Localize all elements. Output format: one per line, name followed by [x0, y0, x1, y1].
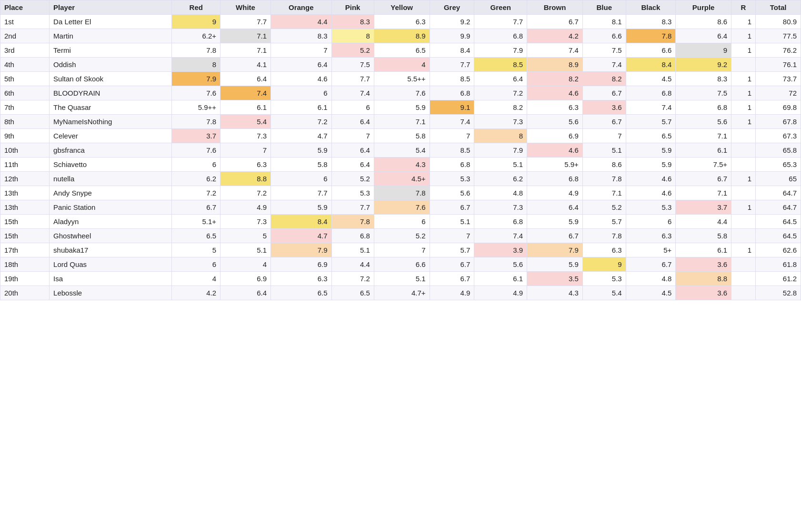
cell-place: 11th	[0, 158, 50, 172]
cell-blue: 7.8	[582, 172, 626, 186]
cell-red: 7.8	[172, 43, 220, 58]
cell-place: 19th	[0, 272, 50, 286]
cell-black: 8.3	[626, 15, 676, 29]
table-row: 9thCelever3.77.34.775.8786.976.57.167.3	[0, 129, 801, 143]
cell-white: 6.1	[220, 100, 271, 115]
cell-yellow: 7	[374, 243, 430, 257]
cell-blue: 6.6	[582, 29, 626, 43]
cell-grey: 6.7	[430, 272, 474, 286]
cell-black: 7.8	[626, 29, 676, 43]
cell-orange: 6.3	[271, 272, 331, 286]
table-row: 17thshubaka1755.17.95.175.73.97.96.35+6.…	[0, 243, 801, 257]
cell-orange: 7.2	[271, 115, 331, 129]
cell-purple: 5.8	[676, 229, 731, 243]
cell-place: 3rd	[0, 43, 50, 58]
col-header-place: Place	[0, 0, 50, 15]
cell-brown: 6.4	[527, 200, 583, 215]
cell-blue: 5.4	[582, 286, 626, 300]
cell-white: 7	[220, 143, 271, 158]
cell-white: 7.3	[220, 215, 271, 229]
cell-player: Lord Quas	[50, 257, 172, 272]
cell-total: 72	[756, 86, 801, 100]
cell-purple: 6.1	[676, 143, 731, 158]
cell-purple: 6.8	[676, 100, 731, 115]
cell-orange: 4.4	[271, 15, 331, 29]
table-row: 15thAladyyn5.1+7.38.47.865.16.85.95.764.…	[0, 215, 801, 229]
cell-player: MyNameIsNothing	[50, 115, 172, 129]
cell-green: 7.3	[474, 200, 527, 215]
cell-purple: 7.1	[676, 186, 731, 200]
cell-grey: 7	[430, 129, 474, 143]
cell-yellow: 7.8	[374, 186, 430, 200]
cell-place: 15th	[0, 215, 50, 229]
cell-red: 7.6	[172, 143, 220, 158]
cell-purple: 3.6	[676, 286, 731, 300]
cell-brown: 5.9+	[527, 158, 583, 172]
cell-player: Aladyyn	[50, 215, 172, 229]
cell-player: Ghostwheel	[50, 229, 172, 243]
table-row: 8thMyNameIsNothing7.85.47.26.47.17.47.35…	[0, 115, 801, 129]
cell-place: 1st	[0, 15, 50, 29]
cell-grey: 8.4	[430, 43, 474, 58]
cell-r	[731, 186, 756, 200]
cell-purple: 7.5	[676, 86, 731, 100]
cell-brown: 5.9	[527, 215, 583, 229]
cell-orange: 4.7	[271, 129, 331, 143]
cell-red: 9	[172, 15, 220, 29]
cell-red: 7.6	[172, 86, 220, 100]
cell-total: 52.8	[756, 286, 801, 300]
cell-green: 7.2	[474, 86, 527, 100]
cell-purple: 7.1	[676, 129, 731, 143]
cell-orange: 8.3	[271, 29, 331, 43]
cell-blue: 5.3	[582, 272, 626, 286]
cell-r: 1	[731, 29, 756, 43]
cell-red: 8	[172, 58, 220, 72]
cell-yellow: 4	[374, 58, 430, 72]
cell-black: 6	[626, 215, 676, 229]
cell-yellow: 7.6	[374, 86, 430, 100]
cell-player: BLOODYRAIN	[50, 86, 172, 100]
cell-green: 8.5	[474, 58, 527, 72]
cell-pink: 7.7	[331, 200, 374, 215]
cell-red: 5	[172, 243, 220, 257]
cell-red: 6	[172, 257, 220, 272]
cell-white: 7.7	[220, 15, 271, 29]
cell-yellow: 4.3	[374, 158, 430, 172]
cell-black: 6.3	[626, 229, 676, 243]
cell-white: 4.1	[220, 58, 271, 72]
cell-pink: 7	[331, 129, 374, 143]
table-row: 11thSchiavetto66.35.86.44.36.85.15.9+8.6…	[0, 158, 801, 172]
cell-black: 4.6	[626, 186, 676, 200]
cell-orange: 4.7	[271, 229, 331, 243]
cell-red: 7.9	[172, 72, 220, 86]
cell-pink: 7.2	[331, 272, 374, 286]
cell-grey: 5.7	[430, 243, 474, 257]
cell-total: 64.7	[756, 186, 801, 200]
cell-red: 6.2+	[172, 29, 220, 43]
cell-player: nutella	[50, 172, 172, 186]
cell-red: 6.5	[172, 229, 220, 243]
cell-total: 80.9	[756, 15, 801, 29]
cell-orange: 5.9	[271, 143, 331, 158]
cell-blue: 5.2	[582, 200, 626, 215]
cell-green: 7.4	[474, 229, 527, 243]
cell-r	[731, 158, 756, 172]
cell-red: 4	[172, 272, 220, 286]
cell-grey: 9.1	[430, 100, 474, 115]
cell-black: 5+	[626, 243, 676, 257]
cell-black: 4.8	[626, 272, 676, 286]
cell-yellow: 7.1	[374, 115, 430, 129]
cell-player: Isa	[50, 272, 172, 286]
cell-blue: 8.6	[582, 158, 626, 172]
table-row: 6thBLOODYRAIN7.67.467.47.66.87.24.66.76.…	[0, 86, 801, 100]
cell-orange: 5.8	[271, 158, 331, 172]
cell-brown: 4.9	[527, 186, 583, 200]
table-row: 4thOddish84.16.47.547.78.58.97.48.49.276…	[0, 58, 801, 72]
cell-orange: 7	[271, 43, 331, 58]
cell-purple: 3.6	[676, 257, 731, 272]
cell-yellow: 5.9	[374, 100, 430, 115]
col-header-green: Green	[474, 0, 527, 15]
cell-blue: 6.3	[582, 243, 626, 257]
table-row: 13thPanic Station6.74.95.97.77.66.77.36.…	[0, 200, 801, 215]
cell-yellow: 5.5++	[374, 72, 430, 86]
